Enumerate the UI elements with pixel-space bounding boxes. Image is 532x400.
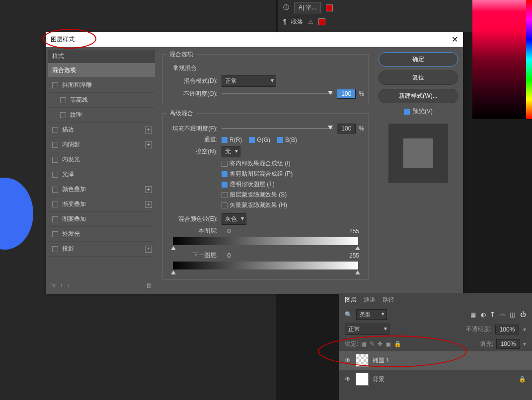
style-checkbox[interactable] bbox=[52, 142, 58, 148]
chevron-down-icon[interactable]: ▾ bbox=[523, 340, 526, 347]
style-item[interactable]: 内发光 bbox=[48, 152, 155, 167]
style-item[interactable]: 颜色叠加+ bbox=[48, 182, 155, 197]
blend-mode-select[interactable]: 正常 bbox=[222, 75, 276, 87]
layer-name[interactable]: 背景 bbox=[373, 375, 384, 384]
style-checkbox[interactable] bbox=[52, 127, 58, 133]
vector-mask-hides-checkbox[interactable] bbox=[222, 202, 228, 208]
lock-label: 锁定: bbox=[345, 340, 358, 348]
lock-position-icon[interactable]: ✥ bbox=[378, 340, 382, 347]
dialog-titlebar[interactable]: 图层样式 ✕ bbox=[46, 32, 463, 47]
style-item[interactable]: 渐变叠加+ bbox=[48, 197, 155, 212]
style-checkbox[interactable] bbox=[52, 231, 58, 237]
style-item[interactable]: 图案叠加 bbox=[48, 212, 155, 227]
add-effect-icon[interactable]: + bbox=[145, 186, 152, 193]
paragraph-label[interactable]: 段落 bbox=[291, 17, 303, 26]
style-item[interactable]: 描边+ bbox=[48, 123, 155, 137]
visibility-toggle[interactable]: 👁 bbox=[345, 376, 352, 383]
close-button[interactable]: ✕ bbox=[452, 35, 458, 44]
lock-pixels-icon[interactable]: ▦ bbox=[361, 340, 367, 347]
style-checkbox[interactable] bbox=[60, 97, 66, 103]
opacity-input[interactable]: 100 bbox=[337, 89, 356, 99]
style-item[interactable]: 外发光 bbox=[48, 227, 155, 242]
layer-thumbnail[interactable] bbox=[356, 354, 369, 367]
preview-checkbox[interactable] bbox=[404, 109, 410, 115]
paragraph-icon[interactable]: ¶ bbox=[283, 18, 286, 25]
style-item[interactable]: 斜面和浮雕 bbox=[48, 78, 155, 93]
style-checkbox[interactable] bbox=[60, 112, 66, 118]
visibility-toggle[interactable]: 👁 bbox=[345, 357, 352, 364]
swatch-2[interactable] bbox=[318, 18, 325, 25]
style-item[interactable]: 投影+ bbox=[48, 242, 155, 257]
down-arrow-icon[interactable]: ↓ bbox=[67, 282, 70, 289]
add-effect-icon[interactable]: + bbox=[145, 127, 152, 133]
knockout-select[interactable]: 无 bbox=[222, 146, 240, 157]
channel-r-checkbox[interactable] bbox=[222, 137, 228, 143]
style-checkbox[interactable] bbox=[52, 82, 58, 88]
layer-opacity-input[interactable]: 100% bbox=[495, 325, 519, 334]
layer-name[interactable]: 椭圆 1 bbox=[373, 356, 389, 365]
search-icon[interactable]: 🔍 bbox=[345, 311, 352, 318]
fill-opacity-slider[interactable] bbox=[222, 128, 333, 129]
blend-clipped-checkbox[interactable] bbox=[222, 171, 228, 177]
style-item-label: 内发光 bbox=[62, 155, 80, 164]
style-item[interactable]: 光泽 bbox=[48, 167, 155, 182]
style-item[interactable]: 纹理 bbox=[48, 108, 155, 123]
trash-icon[interactable]: 🗑 bbox=[146, 282, 152, 289]
up-arrow-icon[interactable]: ↑ bbox=[60, 282, 63, 289]
style-checkbox[interactable] bbox=[52, 157, 58, 163]
layer-row-background[interactable]: 👁 背景 🔒 bbox=[339, 370, 532, 389]
tab-channels[interactable]: 通道 bbox=[364, 296, 376, 304]
layer-mode-select[interactable]: 正常 bbox=[345, 324, 389, 335]
add-effect-icon[interactable]: + bbox=[145, 141, 152, 148]
fx-icon[interactable]: fx bbox=[51, 282, 56, 289]
add-effect-icon[interactable]: + bbox=[145, 201, 152, 208]
style-item-label: 投影 bbox=[62, 245, 74, 253]
channel-b-checkbox[interactable] bbox=[277, 137, 283, 143]
fill-input[interactable]: 100% bbox=[496, 339, 520, 349]
style-checkbox[interactable] bbox=[52, 187, 58, 193]
filter-shape-icon[interactable]: ▭ bbox=[499, 311, 505, 318]
style-checkbox[interactable] bbox=[52, 246, 58, 252]
filter-smart-icon[interactable]: ◫ bbox=[510, 311, 515, 318]
warning-icon: ⚠ bbox=[308, 18, 313, 25]
transparency-shapes-checkbox[interactable] bbox=[222, 182, 228, 188]
chevron-down-icon[interactable]: ▾ bbox=[523, 326, 526, 333]
new-style-button[interactable]: 新建样式(W)... bbox=[379, 89, 458, 103]
tab-layers[interactable]: 图层 bbox=[345, 296, 357, 304]
hue-slider[interactable] bbox=[526, 0, 532, 119]
preview-thumbnail bbox=[388, 124, 448, 183]
style-checkbox[interactable] bbox=[52, 216, 58, 222]
layer-thumbnail[interactable] bbox=[356, 373, 369, 386]
layer-row-ellipse[interactable]: 👁 椭圆 1 bbox=[339, 351, 532, 370]
channel-g-checkbox[interactable] bbox=[249, 137, 255, 143]
under-layer-slider[interactable] bbox=[173, 262, 358, 269]
add-effect-icon[interactable]: + bbox=[145, 246, 152, 253]
lock-brush-icon[interactable]: ✎ bbox=[370, 340, 375, 347]
opacity-slider[interactable] bbox=[222, 93, 333, 94]
ok-button[interactable]: 确定 bbox=[379, 52, 458, 67]
lock-artboard-icon[interactable]: ▣ bbox=[385, 340, 391, 347]
lock-all-icon[interactable]: 🔒 bbox=[394, 340, 401, 347]
info-icon[interactable]: ⓘ bbox=[283, 3, 289, 12]
reset-button[interactable]: 复位 bbox=[379, 70, 458, 85]
character-panel-button[interactable]: A| 字... bbox=[294, 2, 321, 13]
filter-type-select[interactable]: 类型 bbox=[356, 309, 387, 320]
tab-paths[interactable]: 路径 bbox=[382, 296, 394, 304]
style-item[interactable]: 内阴影+ bbox=[48, 137, 155, 152]
filter-adjust-icon[interactable]: ◐ bbox=[481, 311, 486, 318]
filter-pixel-icon[interactable]: ▦ bbox=[470, 311, 476, 318]
style-item[interactable]: 混合选项 bbox=[48, 63, 155, 78]
style-checkbox[interactable] bbox=[52, 201, 58, 207]
blend-if-select[interactable]: 灰色 bbox=[222, 213, 246, 225]
color-picker[interactable] bbox=[472, 0, 532, 119]
fill-opacity-input[interactable]: 100 bbox=[337, 124, 356, 133]
filter-toggle-icon[interactable]: ⏻ bbox=[520, 311, 526, 318]
foreground-swatch[interactable] bbox=[326, 4, 333, 11]
style-item-label: 外发光 bbox=[62, 230, 80, 238]
layer-mask-hides-checkbox[interactable] bbox=[222, 192, 228, 198]
blend-interior-checkbox[interactable] bbox=[222, 161, 228, 167]
style-checkbox[interactable] bbox=[52, 172, 58, 178]
style-item[interactable]: 等高线 bbox=[48, 93, 155, 108]
filter-type-icon[interactable]: T bbox=[491, 311, 494, 318]
this-layer-slider[interactable] bbox=[173, 237, 358, 245]
